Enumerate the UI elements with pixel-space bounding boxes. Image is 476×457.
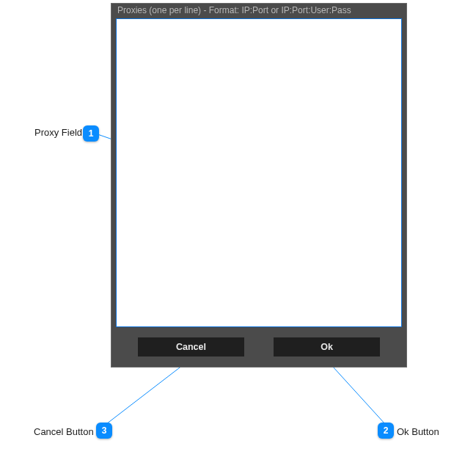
textarea-container <box>111 18 406 332</box>
ok-button[interactable]: Ok <box>274 337 380 357</box>
annotation-label-ok-button: Ok Button <box>397 426 439 437</box>
svg-line-1 <box>325 358 385 424</box>
proxy-input[interactable] <box>116 18 402 327</box>
annotation-marker-2: 2 <box>378 423 394 439</box>
annotation-label-proxy-field: Proxy Field <box>34 127 82 138</box>
proxy-dialog: Proxies (one per line) - Format: IP:Port… <box>111 3 407 368</box>
dialog-title: Proxies (one per line) - Format: IP:Port… <box>111 4 406 18</box>
annotation-marker-3: 3 <box>96 423 112 439</box>
button-row: Cancel Ok <box>111 332 406 367</box>
cancel-button[interactable]: Cancel <box>138 337 244 357</box>
svg-line-2 <box>106 358 192 424</box>
annotation-marker-1: 1 <box>83 125 99 142</box>
annotation-label-cancel-button: Cancel Button <box>34 426 94 437</box>
